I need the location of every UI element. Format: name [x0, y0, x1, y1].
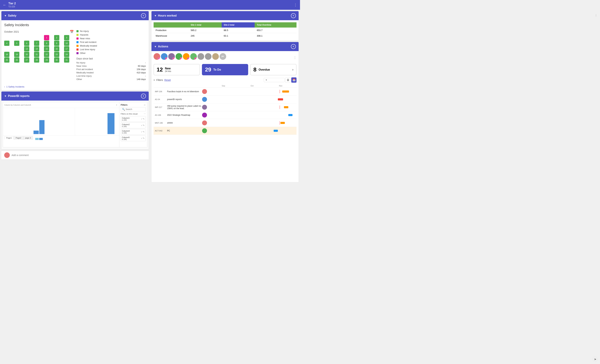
back-button[interactable]: ←: [3, 3, 6, 7]
task-row-0[interactable]: IMP-106 Faucibus turpis in eu mi bibendu…: [154, 88, 297, 96]
safety-add-button[interactable]: +: [141, 13, 146, 18]
actions-collapse-icon[interactable]: ▼: [154, 45, 157, 48]
cal-day-25[interactable]: 25: [4, 57, 9, 63]
cal-day-26[interactable]: 26: [14, 57, 19, 63]
legend-color: [76, 45, 79, 47]
gantt-view-button[interactable]: 📅: [291, 77, 297, 83]
action-avatar-3[interactable]: 3: [176, 53, 182, 60]
app-header: ← Tier 2 T2-223 ⋮: [0, 0, 300, 10]
legend-item: Other: [76, 52, 146, 55]
filter-check-icon[interactable]: ✓: [141, 124, 143, 127]
cal-day-4[interactable]: 4: [4, 41, 9, 46]
filter-search-input[interactable]: [126, 108, 144, 110]
filter-edit-icon[interactable]: ✎: [143, 131, 144, 133]
task-row-3[interactable]: A3-166 2022 Strategic Roadmap: [154, 111, 297, 119]
cal-day-30[interactable]: 30: [54, 57, 59, 63]
cal-day-3[interactable]: 3: [64, 35, 69, 40]
cal-day-15[interactable]: 15: [44, 46, 49, 51]
cal-day-21[interactable]: 21: [34, 52, 39, 57]
filter-check-icon[interactable]: ✓: [141, 131, 143, 133]
action-avatar-5[interactable]: 1: [190, 53, 197, 60]
cal-day-1[interactable]: 1: [44, 35, 49, 40]
cal-day-28[interactable]: 28: [34, 57, 39, 63]
hours-add-button[interactable]: +: [291, 13, 296, 18]
filter-check-icon[interactable]: ✓: [141, 137, 143, 139]
avatar-badge: 3: [180, 57, 182, 60]
legend-color: [76, 48, 79, 51]
cal-day-12[interactable]: 12: [14, 46, 19, 51]
action-avatar-9[interactable]: PF: [220, 53, 226, 60]
filter-edit-icon[interactable]: ✎: [143, 118, 144, 120]
filter-edit-icon[interactable]: ✎: [143, 137, 144, 139]
action-avatar-2[interactable]: 4: [168, 53, 175, 60]
filter-bar-label[interactable]: Filters: [156, 79, 163, 82]
task-row-4[interactable]: MNT-196 shhhh: [154, 119, 297, 127]
filter-item[interactable]: Column5 is (All) ✓ ✎: [121, 136, 146, 141]
hours-row-overtime: 308.1: [255, 33, 297, 39]
filter-dropdown[interactable]: ▼: [264, 78, 285, 82]
cal-day-27[interactable]: 27: [24, 57, 29, 63]
gantt-cell-0: [209, 90, 295, 93]
filter-item[interactable]: Column4 is (All) ✓ ✎: [121, 129, 146, 135]
cal-day-19[interactable]: 19: [14, 52, 19, 57]
cal-day-9[interactable]: 9: [54, 41, 59, 46]
task-row-1[interactable]: A3-34 powerBI reports: [154, 96, 297, 103]
cal-day-29[interactable]: 29: [44, 57, 49, 63]
filter-item[interactable]: Column1 is (All) ✓ ✎: [121, 116, 146, 122]
powerbi-header-left: ▼ PowerBI reports: [4, 94, 29, 98]
filter-check-icon[interactable]: ✓: [141, 118, 143, 120]
cal-day-8[interactable]: 8: [44, 41, 49, 46]
cal-day-22[interactable]: 22: [44, 52, 49, 57]
action-avatar-1[interactable]: 7: [161, 53, 168, 60]
cal-day-31[interactable]: 31: [64, 57, 69, 63]
cal-day-16[interactable]: 16: [54, 46, 59, 51]
legend-label: Near miss: [80, 37, 90, 40]
list-view-button[interactable]: ☰: [285, 77, 291, 83]
action-avatar-7[interactable]: [205, 53, 212, 60]
actions-menu-dots[interactable]: ⋮: [293, 56, 297, 59]
powerbi-collapse-icon[interactable]: ▼: [4, 95, 7, 98]
calendar-icon[interactable]: 📅: [70, 30, 74, 34]
stat-label-0: New: [165, 67, 171, 70]
powerbi-add-button[interactable]: +: [141, 94, 146, 99]
hours-collapse-icon[interactable]: ▼: [154, 14, 157, 17]
cal-day-20[interactable]: 20: [24, 52, 29, 57]
cal-day-14[interactable]: 14: [34, 46, 39, 51]
cal-day-7[interactable]: 7: [34, 41, 39, 46]
stat-card-1[interactable]: 29 To Do: [202, 64, 248, 75]
action-avatar-8[interactable]: [212, 53, 219, 60]
task-row-5[interactable]: ACT-942 PC: [154, 127, 297, 135]
cal-day-10[interactable]: 10: [64, 41, 69, 46]
hours-section-header: ▼ Hours worked +: [151, 11, 299, 20]
cal-day-11[interactable]: 11: [4, 46, 9, 51]
cal-day-13[interactable]: 13: [24, 46, 29, 51]
right-panel: ▼ Hours worked + Site 1 total Site 2 tot…: [150, 10, 300, 182]
safety-incidents-link[interactable]: › 1 Safety Incidents: [1, 84, 149, 90]
cal-day-18[interactable]: 18: [4, 52, 9, 57]
stat-card-2[interactable]: 8 Overdue ›: [250, 64, 297, 75]
filter-item[interactable]: Column2 is (All) ✓ ✎: [121, 123, 146, 128]
cal-day-17[interactable]: 17: [64, 46, 69, 51]
filters-dots[interactable]: ⋯: [144, 113, 146, 115]
task-row-2[interactable]: IMP-217 HM pump required to place Label …: [154, 103, 297, 111]
cal-day-5[interactable]: 5: [14, 41, 19, 46]
safety-collapse-icon[interactable]: ▼: [4, 14, 7, 17]
comment-input[interactable]: [11, 154, 146, 156]
stat-card-0[interactable]: 12 New 24 Hrs: [154, 64, 200, 75]
filter-edit-icon[interactable]: ✎: [143, 124, 144, 127]
actions-add-button[interactable]: +: [291, 44, 296, 49]
reset-link[interactable]: Reset: [164, 79, 171, 82]
cal-day-23[interactable]: 23: [54, 52, 59, 57]
stat-arrow[interactable]: ›: [292, 68, 293, 72]
filters-close-icon[interactable]: →: [143, 104, 146, 106]
action-avatar-6[interactable]: [197, 53, 204, 60]
filter-search-box[interactable]: 🔍: [121, 107, 146, 111]
cal-day-2[interactable]: 2: [54, 35, 59, 40]
header-menu-button[interactable]: ⋮: [294, 3, 297, 7]
sort-asc-icon[interactable]: ↑: [115, 103, 119, 107]
action-avatar-0[interactable]: 13: [154, 53, 160, 60]
cal-day-24[interactable]: 24: [64, 52, 69, 57]
action-avatar-4[interactable]: 1: [183, 53, 189, 60]
safety-card: ▼ Safety + Safety Incidents October 2021…: [1, 11, 149, 90]
cal-day-6[interactable]: 6: [24, 41, 29, 46]
